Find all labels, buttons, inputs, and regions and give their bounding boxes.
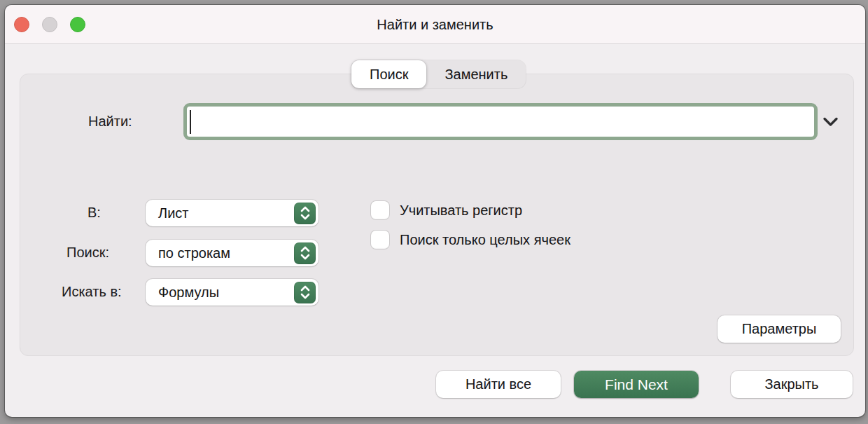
find-next-button[interactable]: Find Next [574,371,699,398]
entire-cells-label: Поиск только целых ячеек [400,232,570,248]
tab-search[interactable]: Поиск [351,60,426,88]
window-title: Найти и заменить [5,5,865,44]
options-button[interactable]: Параметры [718,315,841,343]
stepper-updown-icon [294,282,316,303]
text-caret [190,110,191,134]
look-in-select[interactable]: Формулы [146,279,318,306]
find-replace-dialog: Найти и заменить Поиск Заменить Найти: В… [5,5,865,417]
match-case-checkbox[interactable] [371,201,389,219]
find-next-button-label: Find Next [605,376,668,393]
within-label: В: [88,205,101,221]
entire-cells-checkbox[interactable] [371,231,389,249]
titlebar: Найти и заменить [5,5,865,44]
tab-search-label: Поиск [370,67,408,83]
find-all-button[interactable]: Найти все [436,371,561,398]
look-in-label: Искать в: [62,284,122,300]
chevron-down-icon [822,116,839,128]
desktop-background: Найти и заменить Поиск Заменить Найти: В… [0,0,868,424]
close-dialog-button-label: Закрыть [764,376,818,392]
within-select-value: Лист [146,205,294,221]
close-dialog-button[interactable]: Закрыть [731,371,853,398]
look-in-select-value: Формулы [146,285,294,301]
stepper-updown-icon [294,242,316,264]
search-order-label: Поиск: [66,245,109,261]
find-label: Найти: [88,114,132,130]
search-order-select-value: по строкам [146,245,294,261]
stepper-updown-icon [294,203,316,224]
find-input[interactable] [183,103,818,140]
tab-replace-label: Заменить [444,67,507,83]
within-select[interactable]: Лист [146,200,318,226]
match-case-label: Учитывать регистр [400,203,522,219]
match-case-checkbox-row[interactable]: Учитывать регистр [371,201,522,219]
entire-cells-checkbox-row[interactable]: Поиск только целых ячеек [371,231,570,249]
options-button-label: Параметры [742,321,817,337]
find-all-button-label: Найти все [465,376,531,392]
tab-replace[interactable]: Заменить [426,60,526,88]
search-history-dropdown-button[interactable] [819,111,841,132]
tab-bar: Поиск Заменить [351,60,526,88]
search-order-select[interactable]: по строкам [146,240,318,266]
